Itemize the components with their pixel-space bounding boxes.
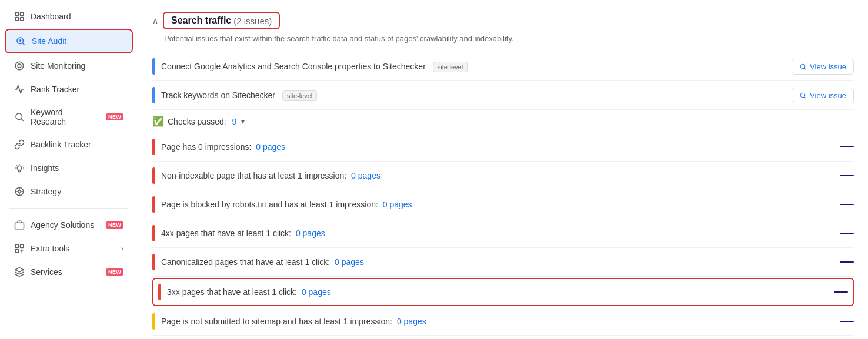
site-audit-label: Site Audit (32, 36, 122, 46)
dash-line-0 (840, 146, 854, 147)
sidebar-item-agency-solutions[interactable]: Agency Solutions NEW (5, 214, 133, 236)
check-item-4: Canonicalized pages that have at least 1… (152, 248, 854, 277)
checks-passed-arrow: ▾ (241, 118, 245, 126)
keyword-research-badge: NEW (106, 113, 123, 120)
svg-line-20 (804, 68, 806, 69)
site-monitoring-icon (14, 61, 25, 71)
svg-rect-15 (15, 223, 24, 229)
svg-rect-2 (15, 18, 18, 21)
extra-tools-chevron-icon: › (121, 244, 123, 253)
strategy-icon (14, 186, 25, 197)
agency-solutions-badge: NEW (106, 221, 123, 229)
dash-line-1 (840, 175, 854, 176)
svg-point-7 (16, 113, 22, 120)
svg-line-22 (804, 97, 806, 98)
check-item-3: 4xx pages that have at least 1 click: 0 … (152, 219, 854, 248)
sidebar-item-insights[interactable]: Insights (5, 157, 133, 179)
check-indicator-4 (152, 254, 155, 270)
check-text-3: 4xx pages that have at least 1 click: 0 … (161, 229, 834, 238)
issue-text-keywords: Track keywords on Sitechecker site-level (161, 90, 786, 100)
services-badge: NEW (106, 268, 123, 276)
svg-point-21 (800, 93, 805, 98)
site-audit-icon (15, 36, 26, 46)
issues-count: (2 issues) (233, 16, 272, 26)
agency-solutions-label: Agency Solutions (31, 220, 100, 230)
sidebar: Dashboard Site Audit Site Monitoring Ran… (0, 0, 138, 339)
sidebar-item-backlink-tracker[interactable]: Backlink Tracker (5, 133, 133, 156)
insights-label: Insights (31, 163, 123, 173)
agency-solutions-icon (14, 220, 25, 230)
section-title-box: Search traffic (2 issues) (163, 12, 280, 29)
services-icon (14, 267, 25, 277)
dash-line-5 (834, 291, 848, 293)
check-text-4: Canonicalized pages that have at least 1… (161, 257, 834, 267)
svg-rect-17 (21, 244, 24, 247)
checks-passed-row[interactable]: ✅ Checks passed: 9 ▾ (152, 110, 854, 133)
backlink-tracker-icon (14, 139, 25, 150)
services-label: Services (31, 267, 100, 277)
sidebar-item-extra-tools[interactable]: Extra tools › (5, 237, 133, 260)
sidebar-item-strategy[interactable]: Strategy (5, 180, 133, 203)
checks-passed-count: 9 (232, 117, 237, 126)
check-text-2: Page is blocked by robots.txt and has at… (161, 200, 834, 209)
checks-passed-icon: ✅ (152, 116, 164, 127)
check-item-0: Page has 0 impressions: 0 pages (152, 133, 854, 162)
view-issue-btn-1[interactable]: View issue (792, 88, 854, 103)
svg-rect-0 (15, 12, 18, 15)
issue-row-analytics: Connect Google Analytics and Search Cons… (152, 52, 854, 81)
check-text-1: Non-indexable page that has at least 1 i… (161, 171, 834, 180)
svg-rect-16 (15, 244, 18, 247)
sidebar-item-services[interactable]: Services NEW (5, 261, 133, 283)
keyword-research-icon (14, 112, 25, 122)
issue-indicator-blue-2 (152, 87, 155, 103)
dash-line-4 (840, 261, 854, 263)
check-item-5-highlighted: 3xx pages that have at least 1 click: 0 … (152, 278, 854, 306)
check-item-6: Page is not submitted to sitemap and has… (152, 307, 854, 336)
dashboard-label: Dashboard (31, 12, 123, 21)
section-description: Potential issues that exist within the s… (164, 34, 854, 43)
svg-point-10 (18, 190, 21, 193)
check-indicator-0 (152, 139, 155, 155)
rank-tracker-icon (14, 84, 25, 95)
check-indicator-5 (158, 284, 161, 300)
sidebar-item-site-audit[interactable]: Site Audit (6, 30, 132, 52)
check-indicator-2 (152, 196, 155, 213)
site-level-tag-1: site-level (282, 90, 317, 101)
check-item-2: Page is blocked by robots.txt and has at… (152, 190, 854, 219)
dash-line-3 (840, 233, 854, 234)
sidebar-item-keyword-research[interactable]: Keyword Research NEW (5, 102, 133, 132)
issue-row-keywords: Track keywords on Sitechecker site-level… (152, 81, 854, 110)
check-indicator-1 (152, 167, 155, 184)
dash-line-2 (840, 204, 854, 205)
check-indicator-6 (152, 313, 155, 330)
section-title: Search traffic (171, 15, 231, 26)
sidebar-item-dashboard[interactable]: Dashboard (5, 5, 133, 28)
check-text-5: 3xx pages that have at least 1 click: 0 … (167, 287, 828, 297)
issue-text-analytics: Connect Google Analytics and Search Cons… (161, 62, 786, 71)
check-text-6: Page is not submitted to sitemap and has… (161, 317, 834, 326)
check-item-7: Page has at least 1 click: 0 pages (152, 336, 854, 339)
extra-tools-icon (14, 243, 25, 254)
strategy-label: Strategy (31, 187, 123, 196)
view-issue-btn-0[interactable]: View issue (792, 59, 854, 75)
check-text-0: Page has 0 impressions: 0 pages (161, 142, 834, 152)
checks-passed-label: Checks passed: (168, 117, 226, 126)
sidebar-item-site-monitoring[interactable]: Site Monitoring (5, 55, 133, 77)
collapse-icon[interactable]: ∧ (152, 16, 158, 25)
svg-rect-3 (21, 18, 24, 21)
svg-point-5 (15, 62, 24, 70)
check-indicator-3 (152, 225, 155, 241)
insights-icon (14, 163, 25, 173)
svg-rect-1 (21, 12, 24, 15)
dash-line-6 (840, 321, 854, 322)
main-content: ∧ Search traffic (2 issues) Potential is… (138, 0, 868, 339)
check-item-1: Non-indexable page that has at least 1 i… (152, 162, 854, 190)
svg-rect-18 (15, 250, 18, 253)
extra-tools-label: Extra tools (31, 244, 115, 253)
site-level-tag-0: site-level (433, 62, 468, 72)
sidebar-item-rank-tracker[interactable]: Rank Tracker (5, 78, 133, 100)
dashboard-icon (14, 11, 25, 22)
svg-point-19 (800, 64, 805, 69)
issue-indicator-blue (152, 58, 155, 75)
section-header: ∧ Search traffic (2 issues) (152, 12, 854, 29)
